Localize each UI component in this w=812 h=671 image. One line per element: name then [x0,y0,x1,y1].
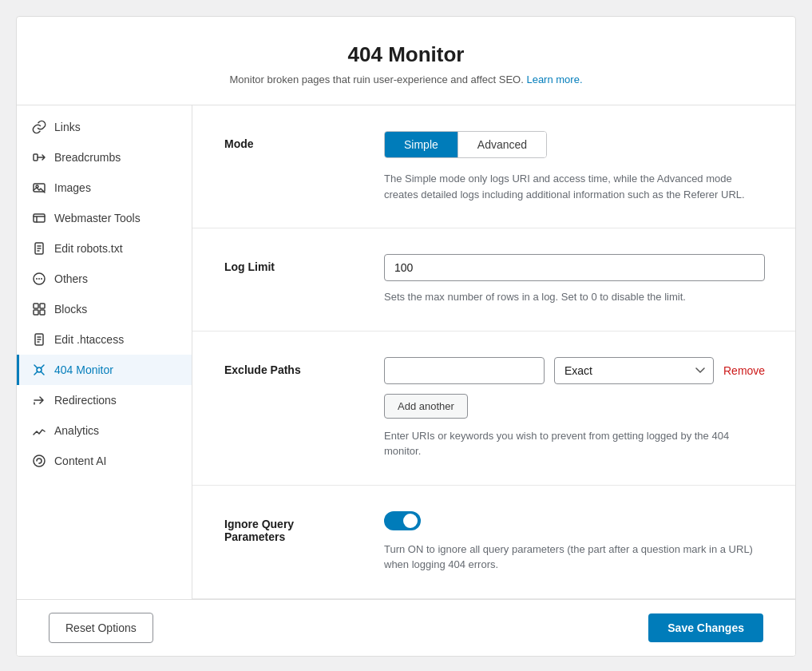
sidebar-label-analytics: Analytics [54,424,99,437]
others-icon [32,272,46,286]
exclude-paths-label: Exclude Paths [224,357,352,376]
sidebar-item-redirections[interactable]: Redirections [17,385,192,415]
sidebar-label-redirections: Redirections [54,394,117,407]
sidebar-item-analytics[interactable]: Analytics [17,415,192,446]
reset-options-button[interactable]: Reset Options [49,613,153,643]
redirections-icon [32,393,46,407]
mode-simple-button[interactable]: Simple [385,132,458,157]
blocks-icon [32,302,46,316]
analytics-icon [32,423,46,438]
images-icon [32,181,46,195]
page-description: Monitor broken pages that ruin user-expe… [33,73,779,85]
monitor-icon [32,363,46,377]
sidebar-label-robots: Edit robots.txt [54,242,123,255]
svg-point-14 [37,367,42,372]
toggle-slider [384,511,421,530]
sidebar-item-images[interactable]: Images [17,173,192,203]
links-icon [32,120,46,134]
sidebar-item-edit-robots[interactable]: Edit robots.txt [17,233,192,264]
svg-rect-9 [34,304,38,308]
sidebar-item-breadcrumbs[interactable]: Breadcrumbs [17,142,192,173]
sidebar-label-webmaster: Webmaster Tools [54,212,141,224]
exclude-path-input[interactable] [384,357,545,384]
page-header: 404 Monitor Monitor broken pages that ru… [17,17,795,105]
sidebar-label-breadcrumbs: Breadcrumbs [54,151,121,164]
sidebar-item-links[interactable]: Links [17,112,192,142]
log-limit-row: Log Limit Sets the max number of rows in… [224,254,765,305]
log-limit-help-text: Sets the max number of rows in a log. Se… [384,289,765,305]
sidebar-item-others[interactable]: Others [17,264,192,294]
learn-more-link[interactable]: Learn more. [526,73,582,85]
footer-bar: Reset Options Save Changes [17,599,795,656]
sidebar-label-htaccess: Edit .htaccess [54,333,124,346]
log-limit-input[interactable] [384,254,765,281]
sidebar-label-images: Images [54,181,91,194]
content-area: Mode Simple Advanced The Simple mode onl… [192,105,796,599]
svg-rect-3 [34,214,45,222]
log-limit-control: Sets the max number of rows in a log. Se… [384,254,765,305]
sidebar-item-blocks[interactable]: Blocks [17,294,192,324]
sidebar-label-links: Links [54,121,81,133]
exclude-paths-help-text: Enter URIs or keywords you wish to preve… [384,428,765,459]
sidebar-item-404-monitor[interactable]: 404 Monitor [17,355,192,385]
svg-rect-10 [40,304,45,308]
log-limit-label: Log Limit [224,254,352,273]
mode-toggle-group: Simple Advanced [384,131,547,158]
svg-point-6 [36,278,38,280]
exclude-path-select[interactable]: Exact Contains Starts With Ends With Reg… [554,357,714,384]
add-another-button[interactable]: Add another [384,394,468,419]
log-limit-section: Log Limit Sets the max number of rows in… [192,228,796,332]
sidebar: Links Breadcrumbs Images Webmaster Tools [17,105,192,599]
svg-point-7 [38,278,40,280]
content-ai-icon [32,454,46,468]
svg-rect-12 [40,310,45,315]
htaccess-icon [32,332,46,347]
mode-advanced-button[interactable]: Advanced [458,132,546,157]
ignore-query-section: Ignore Query Parameters Turn ON to ignor… [192,486,796,599]
sidebar-item-content-ai[interactable]: Content AI [17,446,192,476]
exclude-path-row-1: Exact Contains Starts With Ends With Reg… [384,357,765,384]
toggle-container [384,511,765,530]
mode-section: Mode Simple Advanced The Simple mode onl… [192,105,796,228]
sidebar-label-blocks: Blocks [54,303,87,316]
sidebar-label-others: Others [54,272,88,285]
exclude-paths-row: Exclude Paths Exact Contains Starts With… [224,357,765,459]
ignore-query-label: Ignore Query Parameters [224,511,352,543]
ignore-query-help-text: Turn ON to ignore all query parameters (… [384,542,765,573]
svg-point-8 [41,278,42,280]
sidebar-label-content-ai: Content AI [54,455,106,467]
webmaster-icon [32,211,46,225]
ignore-query-row: Ignore Query Parameters Turn ON to ignor… [224,511,765,573]
remove-path-button[interactable]: Remove [723,364,765,377]
svg-rect-11 [34,310,38,315]
ignore-query-toggle[interactable] [384,511,421,530]
save-changes-button[interactable]: Save Changes [648,613,763,642]
sidebar-item-webmaster-tools[interactable]: Webmaster Tools [17,203,192,233]
svg-point-16 [39,463,40,464]
mode-label: Mode [224,131,352,150]
page-title: 404 Monitor [33,42,779,67]
main-layout: Links Breadcrumbs Images Webmaster Tools [17,105,795,599]
exclude-paths-control: Exact Contains Starts With Ends With Reg… [384,357,765,459]
svg-point-15 [34,455,45,467]
breadcrumbs-icon [32,150,46,165]
mode-row: Mode Simple Advanced The Simple mode onl… [224,131,765,202]
sidebar-item-htaccess[interactable]: Edit .htaccess [17,324,192,355]
mode-help-text: The Simple mode only logs URI and access… [384,171,765,202]
robots-icon [32,241,46,256]
ignore-query-control: Turn ON to ignore all query parameters (… [384,511,765,573]
sidebar-label-404-monitor: 404 Monitor [54,363,113,376]
exclude-paths-section: Exclude Paths Exact Contains Starts With… [192,332,796,486]
app-container: 404 Monitor Monitor broken pages that ru… [16,16,796,657]
mode-control: Simple Advanced The Simple mode only log… [384,131,765,202]
